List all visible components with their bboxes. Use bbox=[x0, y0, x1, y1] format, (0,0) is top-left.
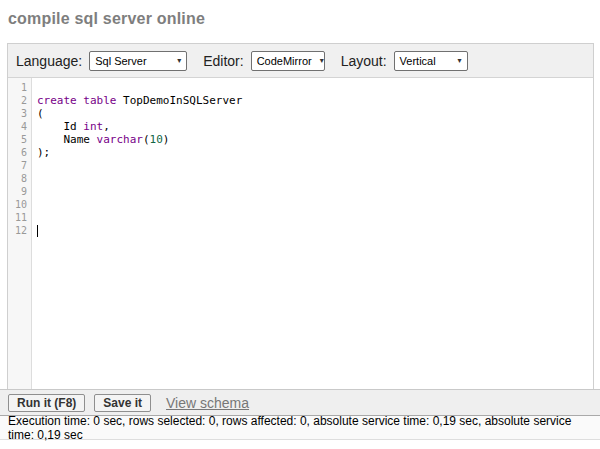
code-line: Name varchar(10) bbox=[37, 133, 593, 146]
line-number: 6 bbox=[8, 146, 31, 159]
code-line bbox=[37, 224, 593, 237]
layout-select-value: Vertical bbox=[400, 55, 436, 67]
editor-select[interactable]: CodeMirror ▾ bbox=[251, 51, 325, 71]
toolbar: Language: Sql Server ▾ Editor: CodeMirro… bbox=[8, 44, 593, 78]
editor-select-value: CodeMirror bbox=[257, 55, 312, 67]
text-cursor bbox=[37, 225, 38, 237]
line-number: 5 bbox=[8, 133, 31, 146]
chevron-down-icon: ▾ bbox=[320, 56, 324, 65]
save-button[interactable]: Save it bbox=[94, 394, 151, 412]
layout-select[interactable]: Vertical ▾ bbox=[394, 51, 468, 71]
status-bar: Execution time: 0 sec, rows selected: 0,… bbox=[0, 415, 600, 440]
code-line bbox=[37, 81, 593, 94]
page-title: compile sql server online bbox=[8, 10, 592, 28]
code-line: Id int, bbox=[37, 120, 593, 133]
language-label: Language: bbox=[16, 53, 82, 69]
view-schema-link[interactable]: View schema bbox=[166, 395, 249, 411]
line-number: 9 bbox=[8, 185, 31, 198]
code-line: ( bbox=[37, 107, 593, 120]
code-line bbox=[37, 185, 593, 198]
layout-label: Layout: bbox=[341, 53, 387, 69]
line-number: 1 bbox=[8, 81, 31, 94]
line-number: 12 bbox=[8, 224, 31, 237]
run-button[interactable]: Run it (F8) bbox=[8, 394, 85, 412]
execution-status-text: Execution time: 0 sec, rows selected: 0,… bbox=[8, 414, 592, 442]
line-number: 8 bbox=[8, 172, 31, 185]
line-number-gutter: 123456789101112 bbox=[8, 78, 32, 389]
editor-label: Editor: bbox=[203, 53, 243, 69]
code-line bbox=[37, 198, 593, 211]
line-number: 10 bbox=[8, 198, 31, 211]
line-number: 2 bbox=[8, 94, 31, 107]
code-editor[interactable]: 123456789101112 create table TopDemoInSQ… bbox=[8, 78, 593, 389]
action-bar: Run it (F8) Save it View schema bbox=[0, 389, 600, 415]
language-select[interactable]: Sql Server ▾ bbox=[89, 51, 187, 71]
code-line bbox=[37, 211, 593, 224]
editor-panel: Language: Sql Server ▾ Editor: CodeMirro… bbox=[7, 43, 594, 389]
line-number: 11 bbox=[8, 211, 31, 224]
line-number: 7 bbox=[8, 159, 31, 172]
line-number: 4 bbox=[8, 120, 31, 133]
language-select-value: Sql Server bbox=[95, 55, 146, 67]
code-line bbox=[37, 159, 593, 172]
code-line: create table TopDemoInSQLServer bbox=[37, 94, 593, 107]
language-group: Language: Sql Server ▾ bbox=[16, 51, 187, 71]
layout-group: Layout: Vertical ▾ bbox=[341, 51, 468, 71]
code-line bbox=[37, 172, 593, 185]
line-number: 3 bbox=[8, 107, 31, 120]
code-area[interactable]: create table TopDemoInSQLServer( Id int,… bbox=[37, 81, 593, 237]
chevron-down-icon: ▾ bbox=[177, 56, 181, 65]
chevron-down-icon: ▾ bbox=[458, 56, 462, 65]
code-line: ); bbox=[37, 146, 593, 159]
editor-group: Editor: CodeMirror ▾ bbox=[203, 51, 324, 71]
